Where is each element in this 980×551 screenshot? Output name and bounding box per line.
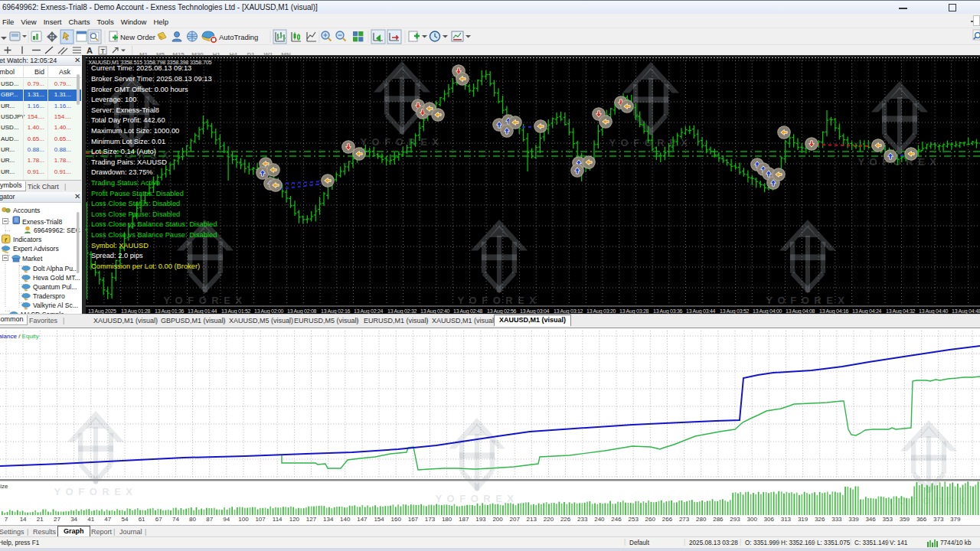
svg-text:213: 213 [527, 516, 537, 523]
svg-text:7: 7 [5, 516, 8, 523]
svg-text:47: 47 [104, 516, 111, 523]
svg-text:34: 34 [70, 516, 77, 523]
svg-text:YOFOREX: YOFOREX [766, 295, 849, 306]
svg-text:Leverage: 100: Leverage: 100 [91, 96, 136, 103]
svg-text:Current Time: 2025.08.13 09:13: Current Time: 2025.08.13 09:13 [91, 64, 191, 72]
svg-text:140: 140 [340, 516, 351, 523]
svg-text:100: 100 [238, 516, 249, 523]
svg-text:Maximum Lot Size: 1000.00: Maximum Lot Size: 1000.00 [91, 127, 179, 135]
svg-text:134: 134 [323, 516, 334, 523]
svg-text:253: 253 [629, 516, 639, 523]
svg-text:154: 154 [374, 516, 384, 523]
svg-text:54: 54 [122, 516, 129, 523]
svg-text:Loss Close Pause: Disabled: Loss Close Pause: Disabled [91, 210, 180, 218]
svg-text:YOFOREX: YOFOREX [163, 295, 247, 306]
svg-text:260: 260 [645, 516, 656, 523]
svg-text:306: 306 [764, 516, 775, 523]
svg-text:Indicators: Indicators [13, 236, 41, 243]
svg-text:187: 187 [459, 516, 469, 523]
svg-text:94: 94 [223, 516, 230, 523]
svg-text:Lot Size: 0.14 (Auto): Lot Size: 0.14 (Auto) [91, 148, 156, 155]
svg-text:346: 346 [865, 516, 876, 523]
svg-text:273: 273 [679, 516, 690, 523]
svg-text:Broker GMT Offset: 0.00 hours: Broker GMT Offset: 0.00 hours [91, 86, 188, 93]
svg-text:Minimum Lot Size: 0.01: Minimum Lot Size: 0.01 [91, 138, 165, 145]
svg-text:359: 359 [900, 516, 910, 523]
svg-text:YOFOREX: YOFOREX [457, 295, 541, 306]
svg-text:Valkyrie Al Sc...: Valkyrie Al Sc... [33, 302, 78, 309]
svg-text:207: 207 [510, 516, 521, 523]
svg-text:293: 293 [730, 516, 740, 523]
svg-text:Traderspro: Traderspro [33, 292, 65, 300]
svg-text:Heva Gold MT...: Heva Gold MT... [33, 274, 80, 282]
svg-text:69649962: SEC: 69649962: SEC [34, 227, 80, 234]
svg-text:127: 127 [306, 516, 317, 523]
svg-text:New Order: New Order [120, 33, 155, 41]
svg-text:220: 220 [544, 516, 554, 523]
svg-text:YOFOREX: YOFOREX [858, 156, 941, 168]
svg-text:80: 80 [189, 516, 196, 523]
svg-text:YOFOREX: YOFOREX [54, 486, 137, 497]
svg-text:14: 14 [20, 516, 27, 523]
svg-text:Commission per Lot: 0.00 (Brok: Commission per Lot: 0.00 (Broker) [91, 262, 200, 270]
svg-text:167: 167 [408, 516, 419, 523]
svg-text:180: 180 [442, 516, 452, 523]
svg-text:74: 74 [172, 516, 179, 523]
svg-text:353: 353 [883, 516, 893, 523]
svg-text:226: 226 [560, 516, 571, 523]
svg-text:A: A [87, 46, 93, 55]
svg-text:Loss Close Status: Disabled: Loss Close Status: Disabled [91, 200, 180, 207]
svg-text:200: 200 [492, 516, 503, 523]
svg-text:160: 160 [391, 516, 402, 523]
svg-text:Drawdown: 23.75%: Drawdown: 23.75% [91, 168, 153, 176]
svg-text:Server: Exness-Trial8: Server: Exness-Trial8 [91, 106, 159, 114]
svg-text:379: 379 [950, 516, 961, 523]
svg-text:173: 173 [425, 516, 436, 523]
svg-text:41: 41 [87, 516, 94, 523]
svg-text:87: 87 [206, 516, 213, 523]
svg-text:300: 300 [747, 516, 758, 523]
svg-text:AutoTrading: AutoTrading [219, 33, 258, 41]
svg-text:339: 339 [848, 516, 859, 523]
svg-text:Exness-Trial8: Exness-Trial8 [22, 218, 62, 226]
svg-text:21: 21 [37, 516, 44, 523]
svg-text:Loss Close vs Balance Status:: Loss Close vs Balance Status: Disabled [91, 220, 217, 228]
svg-text:366: 366 [916, 516, 927, 523]
svg-text:Trading Status: Active: Trading Status: Active [91, 179, 160, 187]
svg-text:27: 27 [54, 516, 60, 523]
svg-text:Market: Market [22, 255, 43, 262]
svg-text:Total Day Profit: 442.60: Total Day Profit: 442.60 [91, 116, 165, 124]
svg-text:107: 107 [255, 516, 266, 523]
svg-text:Accounts: Accounts [13, 207, 40, 214]
svg-text:Spread: 2.0 pips: Spread: 2.0 pips [91, 252, 143, 259]
svg-text:T: T [101, 47, 106, 55]
svg-text:147: 147 [357, 516, 368, 523]
svg-text:Trading Pairs: XAUUSD: Trading Pairs: XAUUSD [91, 158, 167, 166]
svg-text:Lot size: Lot size [0, 483, 8, 490]
svg-text:120: 120 [289, 516, 300, 523]
svg-text:246: 246 [611, 516, 622, 523]
svg-text:Profit Pause Status: Disabled: Profit Pause Status: Disabled [91, 190, 184, 197]
svg-text:Expert Advisors: Expert Advisors [13, 245, 59, 253]
svg-text:266: 266 [662, 516, 673, 523]
svg-text:333: 333 [831, 516, 842, 523]
svg-text:61: 61 [139, 516, 145, 523]
svg-text:193: 193 [475, 516, 486, 523]
svg-text:67: 67 [155, 516, 162, 523]
svg-text:Dolt Alpha Pu...: Dolt Alpha Pu... [33, 265, 78, 272]
svg-text:YOFOREX: YOFOREX [435, 493, 518, 504]
svg-text:YOFOREX: YOFOREX [609, 137, 692, 148]
svg-text:114: 114 [273, 516, 283, 523]
svg-text:Balance / Equity: Balance / Equity [0, 333, 39, 340]
svg-text:YOFOREX: YOFOREX [360, 136, 443, 148]
svg-text:Quantum Pul...: Quantum Pul... [33, 283, 77, 291]
svg-text:313: 313 [781, 516, 792, 523]
svg-text:233: 233 [577, 516, 588, 523]
svg-text:373: 373 [933, 516, 944, 523]
svg-text:280: 280 [696, 516, 707, 523]
svg-text:286: 286 [713, 516, 724, 523]
svg-text:240: 240 [594, 516, 605, 523]
svg-text:Loss Close vs Balance Pause: D: Loss Close vs Balance Pause: Disabled [91, 231, 217, 239]
svg-text:Symbol: XAUUSD: Symbol: XAUUSD [91, 242, 149, 249]
svg-text:Broker Server Time: 2025.08.13: Broker Server Time: 2025.08.13 09:13 [91, 75, 212, 83]
